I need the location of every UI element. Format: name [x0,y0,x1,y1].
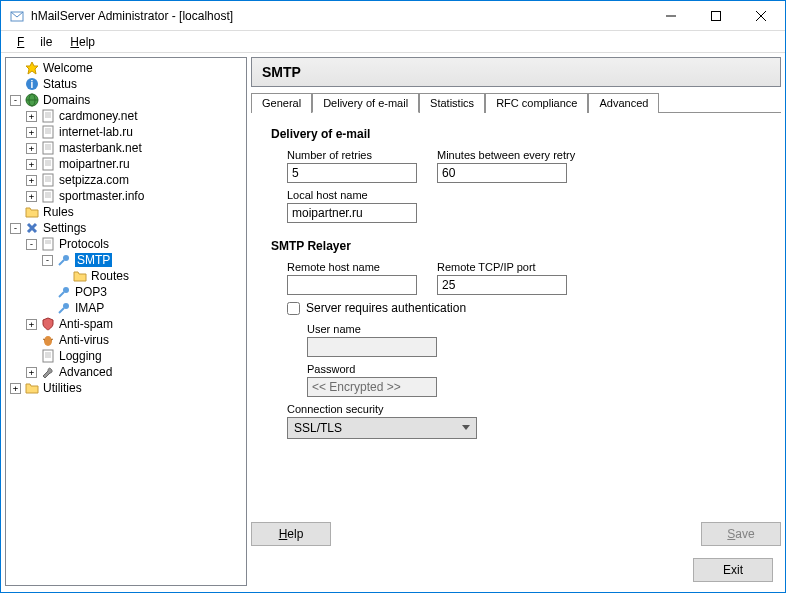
tree-rules[interactable]: Rules [6,204,246,220]
remoteport-label: Remote TCP/IP port [437,261,567,273]
username-input [307,337,437,357]
expand-icon[interactable]: + [26,127,37,138]
connsec-select[interactable]: SSL/TLS [287,417,477,439]
pin-icon [56,284,72,300]
svg-rect-15 [43,126,53,138]
svg-rect-47 [43,350,53,362]
tree-imap[interactable]: IMAP [6,300,246,316]
exit-button[interactable]: Exit [693,558,773,582]
svg-line-39 [59,260,64,265]
tree-domain-item[interactable]: +setpizza.com [6,172,246,188]
localhost-label: Local host name [287,189,417,201]
section-delivery: Delivery of e-mail [271,127,761,141]
remotehost-input[interactable] [287,275,417,295]
tab-rfc[interactable]: RFC compliance [485,93,588,113]
tab-advanced[interactable]: Advanced [588,93,659,113]
app-icon [9,8,25,24]
folder-icon [24,204,40,220]
page-icon [40,108,56,124]
tree-welcome[interactable]: Welcome [6,60,246,76]
expand-icon[interactable]: + [26,111,37,122]
collapse-icon[interactable]: - [10,223,21,234]
svg-rect-23 [43,158,53,170]
auth-checkbox[interactable] [287,302,300,315]
tree-smtp[interactable]: -SMTP [6,252,246,268]
globe-icon [24,92,40,108]
tree-logging[interactable]: Logging [6,348,246,364]
tree-settings[interactable]: -Settings [6,220,246,236]
wrench-icon [40,364,56,380]
password-label: Password [307,363,437,375]
expand-icon[interactable]: + [10,383,21,394]
tree-pop3[interactable]: POP3 [6,284,246,300]
svg-line-43 [59,308,64,313]
expand-icon[interactable]: + [26,175,37,186]
svg-rect-31 [43,190,53,202]
remotehost-label: Remote host name [287,261,417,273]
close-button[interactable] [738,2,783,30]
tree-antivirus[interactable]: Anti-virus [6,332,246,348]
tree-advanced[interactable]: +Advanced [6,364,246,380]
tree-status[interactable]: iStatus [6,76,246,92]
expand-icon[interactable]: + [26,319,37,330]
svg-rect-2 [711,11,720,20]
tree-view[interactable]: Welcome iStatus -Domains +cardmoney.net … [5,57,247,586]
svg-point-44 [44,336,52,346]
menu-help[interactable]: Help [62,33,103,51]
tree-domain-item[interactable]: +internet-lab.ru [6,124,246,140]
tab-statistics[interactable]: Statistics [419,93,485,113]
tree-protocols[interactable]: -Protocols [6,236,246,252]
remoteport-input[interactable] [437,275,567,295]
retries-label: Number of retries [287,149,417,161]
section-relayer: SMTP Relayer [271,239,761,253]
connsec-value: SSL/TLS [294,421,342,435]
tools-icon [24,220,40,236]
retries-input[interactable] [287,163,417,183]
svg-rect-19 [43,142,53,154]
svg-rect-27 [43,174,53,186]
expand-icon[interactable]: + [26,159,37,170]
window-title: hMailServer Administrator - [localhost] [31,9,648,23]
tab-delivery[interactable]: Delivery of e-mail [312,93,419,113]
collapse-icon[interactable]: - [10,95,21,106]
save-button[interactable]: Save [701,522,781,546]
tab-general[interactable]: General [251,93,312,113]
page-icon [40,172,56,188]
minimize-button[interactable] [648,2,693,30]
password-input [307,377,437,397]
shield-icon [40,316,56,332]
minutes-label: Minutes between every retry [437,149,575,161]
tabs: General Delivery of e-mail Statistics RF… [251,93,781,113]
tree-domain-item[interactable]: +moipartner.ru [6,156,246,172]
star-icon [24,60,40,76]
expand-icon[interactable]: + [26,143,37,154]
bug-icon [40,332,56,348]
expand-icon[interactable]: + [26,191,37,202]
help-button[interactable]: Help [251,522,331,546]
panel-title: SMTP [251,57,781,87]
minutes-input[interactable] [437,163,567,183]
tree-domains[interactable]: -Domains [6,92,246,108]
menubar: File Help [1,31,785,53]
collapse-icon[interactable]: - [42,255,53,266]
tree-routes[interactable]: Routes [6,268,246,284]
tree-domain-item[interactable]: +sportmaster.info [6,188,246,204]
titlebar: hMailServer Administrator - [localhost] [1,1,785,31]
localhost-input[interactable] [287,203,417,223]
tree-domain-item[interactable]: +masterbank.net [6,140,246,156]
folder-icon [72,268,88,284]
collapse-icon[interactable]: - [26,239,37,250]
pin-icon [56,252,72,268]
menu-file[interactable]: File [9,33,60,51]
tree-domain-item[interactable]: +cardmoney.net [6,108,246,124]
page-icon [40,348,56,364]
page-icon [40,124,56,140]
maximize-button[interactable] [693,2,738,30]
tree-antispam[interactable]: +Anti-spam [6,316,246,332]
svg-rect-35 [43,238,53,250]
folder-icon [24,380,40,396]
expand-icon[interactable]: + [26,367,37,378]
svg-rect-11 [43,110,53,122]
tree-utilities[interactable]: +Utilities [6,380,246,396]
svg-text:i: i [31,79,34,90]
